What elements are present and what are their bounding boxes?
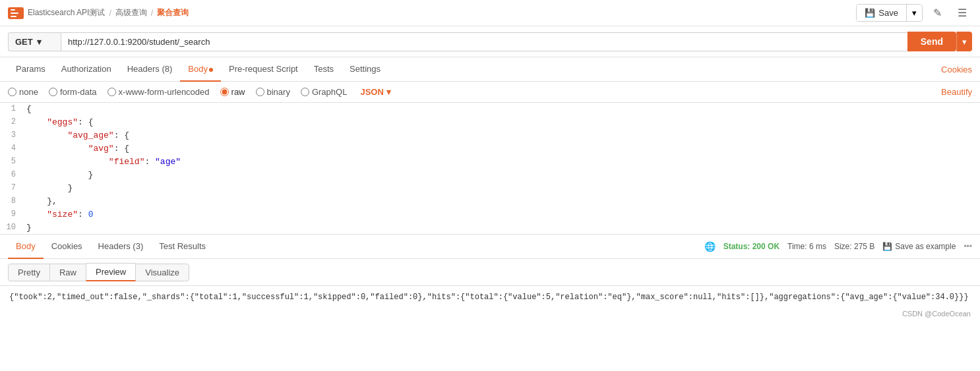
line-num-1: 1 <box>0 103 24 113</box>
code-line-6: 6 } <box>0 169 980 182</box>
resp-tab-test-results[interactable]: Test Results <box>151 235 214 259</box>
response-time: Time: 6 ms <box>787 242 826 251</box>
response-footer-credit: CSDN @CodeOcean <box>0 308 980 319</box>
line-num-10: 10 <box>0 221 24 232</box>
option-none[interactable]: none <box>8 87 38 97</box>
line-num-3: 3 <box>0 129 24 140</box>
code-line-10: 10 } <box>0 221 980 235</box>
method-selector[interactable]: GET ▾ <box>8 32 61 51</box>
radio-binary[interactable] <box>256 88 264 96</box>
line-num-9: 9 <box>0 208 24 219</box>
code-line-7: 7 } <box>0 182 980 195</box>
tab-pre-request[interactable]: Pre-request Script <box>221 57 306 82</box>
line-num-4: 4 <box>0 142 24 153</box>
line-content-6: } <box>24 169 980 181</box>
save-label: Save <box>878 8 898 18</box>
save-example-label: Save as example <box>895 242 956 251</box>
tab-params[interactable]: Params <box>8 57 53 82</box>
code-line-1: 1 { <box>0 103 980 116</box>
breadcrumb: Elasticsearch API测试 / 高级查询 / 聚合查询 <box>8 7 189 19</box>
line-num-7: 7 <box>0 182 24 192</box>
tab-authorization[interactable]: Authorization <box>53 57 119 82</box>
resp-tab-headers[interactable]: Headers (3) <box>90 235 152 259</box>
breadcrumb-item-1[interactable]: Elasticsearch API测试 <box>28 7 105 18</box>
option-urlencoded[interactable]: x-www-form-urlencoded <box>107 87 210 97</box>
body-dot <box>209 68 213 72</box>
line-num-5: 5 <box>0 156 24 166</box>
line-content-5: "field": "age" <box>24 156 980 168</box>
radio-graphql[interactable] <box>301 88 309 96</box>
response-view-tabs: Pretty Raw Preview Visualize <box>0 259 980 286</box>
resp-tab-cookies[interactable]: Cookies <box>44 235 90 259</box>
globe-icon: 🌐 <box>704 241 716 252</box>
response-status: Status: 200 OK <box>723 242 780 251</box>
method-label: GET <box>15 37 33 47</box>
response-tabs: Body Cookies Headers (3) Test Results 🌐 … <box>0 235 980 259</box>
code-line-5: 5 "field": "age" <box>0 156 980 169</box>
json-label: JSON <box>360 87 383 97</box>
tab-settings[interactable]: Settings <box>342 57 388 82</box>
radio-raw[interactable] <box>220 88 229 96</box>
code-line-9: 9 "size": 0 <box>0 208 980 221</box>
line-num-2: 2 <box>0 116 24 127</box>
line-content-7: } <box>24 182 980 194</box>
line-content-9: "size": 0 <box>24 208 980 221</box>
breadcrumb-item-2[interactable]: 高级查询 <box>115 7 147 18</box>
url-input[interactable] <box>61 32 907 51</box>
send-dropdown-button[interactable]: ▾ <box>956 32 972 51</box>
line-num-6: 6 <box>0 169 24 179</box>
json-chevron-icon: ▾ <box>386 87 391 97</box>
resp-view-pretty[interactable]: Pretty <box>8 264 50 281</box>
code-line-8: 8 }, <box>0 195 980 208</box>
save-dropdown-button[interactable]: ▾ <box>906 5 922 21</box>
resp-tab-body[interactable]: Body <box>8 235 44 259</box>
json-type-selector[interactable]: JSON ▾ <box>360 87 390 97</box>
cookies-link[interactable]: Cookies <box>941 65 972 74</box>
line-content-10: } <box>24 221 980 234</box>
line-content-8: }, <box>24 195 980 208</box>
top-actions: 💾 Save ▾ ✎ ☰ <box>856 4 972 22</box>
svg-rect-0 <box>11 9 15 11</box>
comment-button[interactable]: ☰ <box>952 4 972 22</box>
line-content-1: { <box>24 103 980 115</box>
resp-view-preview[interactable]: Preview <box>86 263 136 281</box>
save-button-group: 💾 Save ▾ <box>856 4 923 22</box>
line-content-2: "eggs": { <box>24 116 980 128</box>
save-icon: 💾 <box>865 8 875 18</box>
send-button[interactable]: Send <box>907 32 956 51</box>
tab-headers[interactable]: Headers (8) <box>119 57 181 82</box>
more-options-icon[interactable]: ••• <box>964 242 972 251</box>
radio-urlencoded[interactable] <box>107 88 116 96</box>
resp-view-raw[interactable]: Raw <box>49 264 86 281</box>
url-bar: GET ▾ Send ▾ <box>0 26 980 57</box>
save-as-example-button[interactable]: 💾 Save as example <box>882 242 956 251</box>
response-body: {"took":2,"timed_out":false,"_shards":{"… <box>0 286 980 308</box>
response-size: Size: 275 B <box>834 242 874 251</box>
save-example-icon: 💾 <box>882 242 892 251</box>
option-form-data[interactable]: form-data <box>49 87 97 97</box>
method-chevron-icon: ▾ <box>37 37 42 47</box>
code-line-2: 2 "eggs": { <box>0 116 980 129</box>
option-raw[interactable]: raw <box>220 87 245 97</box>
option-binary[interactable]: binary <box>256 87 290 97</box>
radio-form-data[interactable] <box>49 88 57 96</box>
beautify-button[interactable]: Beautify <box>941 87 972 97</box>
option-graphql[interactable]: GraphQL <box>301 87 347 97</box>
svg-rect-1 <box>11 13 18 14</box>
radio-none[interactable] <box>8 88 16 96</box>
line-content-3: "avg_age": { <box>24 129 980 142</box>
code-line-4: 4 "avg": { <box>0 142 980 156</box>
code-editor[interactable]: 1 { 2 "eggs": { 3 "avg_age": { 4 "avg": … <box>0 103 980 235</box>
body-options: none form-data x-www-form-urlencoded raw… <box>0 82 980 103</box>
edit-button[interactable]: ✎ <box>928 4 947 22</box>
line-num-8: 8 <box>0 195 24 206</box>
tab-body[interactable]: Body <box>180 57 221 82</box>
save-button[interactable]: 💾 Save <box>857 5 906 21</box>
tab-tests[interactable]: Tests <box>306 57 342 82</box>
app-icon <box>8 7 24 19</box>
svg-rect-2 <box>11 16 16 17</box>
resp-view-visualize[interactable]: Visualize <box>135 264 189 281</box>
send-button-group: Send ▾ <box>907 32 972 51</box>
request-tabs: Params Authorization Headers (8) Body Pr… <box>0 57 980 82</box>
response-meta: 🌐 Status: 200 OK Time: 6 ms Size: 275 B … <box>704 241 972 252</box>
